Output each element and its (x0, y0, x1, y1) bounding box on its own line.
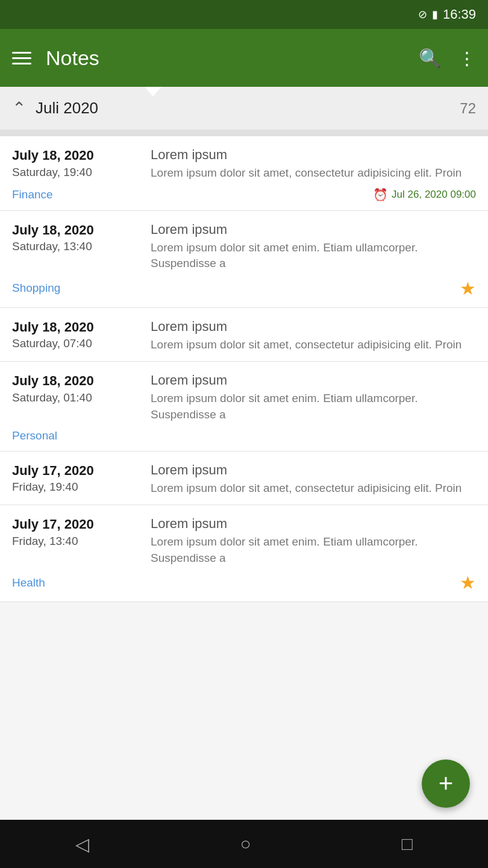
month-count: 72 (460, 100, 476, 117)
note-daytime: Saturday, 07:40 (12, 337, 139, 350)
note-footer: Personal (12, 429, 476, 442)
note-footer: Shopping ★ (12, 278, 476, 299)
note-date: July 18, 2020 (12, 147, 139, 165)
note-content: Lorem ipsum Lorem ipsum dolor sit amet, … (151, 462, 476, 497)
status-icons: ⊘ ▮ 16:39 (418, 7, 476, 22)
note-preview: Lorem ipsum dolor sit amet, consectetur … (151, 165, 476, 181)
note-daytime: Friday, 13:40 (12, 535, 139, 548)
month-header: ⌃ Juli 2020 72 (0, 87, 488, 130)
note-main: July 18, 2020 Saturday, 01:40 Lorem ipsu… (12, 373, 476, 423)
note-preview: Lorem ipsum dolor sit amet, consectetur … (151, 480, 476, 497)
note-content: Lorem ipsum Lorem ipsum dolor sit amet e… (151, 222, 476, 272)
note-title: Lorem ipsum (151, 222, 476, 237)
note-card[interactable]: July 18, 2020 Saturday, 07:40 Lorem ipsu… (0, 308, 488, 362)
note-card[interactable]: July 18, 2020 Saturday, 19:40 Lorem ipsu… (0, 136, 488, 211)
note-main: July 17, 2020 Friday, 19:40 Lorem ipsum … (12, 462, 476, 497)
more-options-button[interactable]: ⋮ (458, 48, 476, 69)
note-date-section: July 18, 2020 Saturday, 13:40 (12, 222, 139, 272)
note-title: Lorem ipsum (151, 373, 476, 388)
note-date-section: July 18, 2020 Saturday, 01:40 (12, 373, 139, 423)
star-icon[interactable]: ★ (460, 572, 476, 593)
note-preview: Lorem ipsum dolor sit amet enim. Etiam u… (151, 534, 476, 566)
note-date: July 17, 2020 (12, 516, 139, 533)
note-card[interactable]: July 18, 2020 Saturday, 01:40 Lorem ipsu… (0, 362, 488, 451)
note-date-section: July 17, 2020 Friday, 13:40 (12, 516, 139, 566)
back-button[interactable]: ◁ (75, 834, 89, 855)
note-daytime: Friday, 19:40 (12, 480, 139, 494)
note-tag[interactable]: Shopping (12, 281, 60, 295)
clock-icon: ⏰ (373, 187, 388, 202)
home-button[interactable]: ○ (240, 834, 251, 854)
note-title: Lorem ipsum (151, 462, 476, 478)
month-title: Juli 2020 (36, 99, 460, 118)
add-note-fab[interactable]: + (422, 760, 470, 808)
note-content: Lorem ipsum Lorem ipsum dolor sit amet, … (151, 147, 476, 181)
note-footer: Finance ⏰ Jul 26, 2020 09:00 (12, 187, 476, 202)
note-reminder: ⏰ Jul 26, 2020 09:00 (373, 187, 476, 202)
header-divider (0, 130, 488, 136)
note-main: July 18, 2020 Saturday, 07:40 Lorem ipsu… (12, 319, 476, 353)
dropdown-arrow (145, 87, 161, 96)
notes-list: July 18, 2020 Saturday, 19:40 Lorem ipsu… (0, 136, 488, 602)
note-date-section: July 17, 2020 Friday, 19:40 (12, 462, 139, 497)
app-bar: Notes 🔍 ⋮ (0, 29, 488, 87)
collapse-month-button[interactable]: ⌃ (12, 98, 26, 118)
note-tag[interactable]: Personal (12, 429, 57, 442)
note-date-section: July 18, 2020 Saturday, 19:40 (12, 147, 139, 181)
note-title: Lorem ipsum (151, 516, 476, 532)
note-card[interactable]: July 17, 2020 Friday, 19:40 Lorem ipsum … (0, 451, 488, 506)
note-preview: Lorem ipsum dolor sit amet enim. Etiam u… (151, 391, 476, 423)
note-card[interactable]: July 17, 2020 Friday, 13:40 Lorem ipsum … (0, 505, 488, 602)
note-tag[interactable]: Health (12, 576, 45, 590)
note-main: July 18, 2020 Saturday, 13:40 Lorem ipsu… (12, 222, 476, 272)
note-content: Lorem ipsum Lorem ipsum dolor sit amet e… (151, 516, 476, 566)
bottom-navigation: ◁ ○ □ (0, 820, 488, 868)
note-date: July 18, 2020 (12, 319, 139, 336)
note-card[interactable]: July 18, 2020 Saturday, 13:40 Lorem ipsu… (0, 211, 488, 308)
recents-button[interactable]: □ (402, 834, 413, 854)
note-tag[interactable]: Finance (12, 188, 53, 201)
note-main: July 18, 2020 Saturday, 19:40 Lorem ipsu… (12, 147, 476, 181)
note-content: Lorem ipsum Lorem ipsum dolor sit amet, … (151, 319, 476, 353)
note-date: July 18, 2020 (12, 222, 139, 239)
star-icon[interactable]: ★ (460, 278, 476, 299)
add-icon: + (439, 771, 454, 796)
note-content: Lorem ipsum Lorem ipsum dolor sit amet e… (151, 373, 476, 423)
app-title: Notes (46, 46, 419, 70)
status-bar: ⊘ ▮ 16:39 (0, 0, 488, 29)
note-title: Lorem ipsum (151, 147, 476, 163)
note-daytime: Saturday, 01:40 (12, 391, 139, 404)
note-date: July 18, 2020 (12, 373, 139, 390)
note-date: July 17, 2020 (12, 462, 139, 480)
app-bar-actions: 🔍 ⋮ (419, 48, 476, 69)
note-main: July 17, 2020 Friday, 13:40 Lorem ipsum … (12, 516, 476, 566)
note-preview: Lorem ipsum dolor sit amet enim. Etiam u… (151, 240, 476, 272)
note-date-section: July 18, 2020 Saturday, 07:40 (12, 319, 139, 353)
search-button[interactable]: 🔍 (419, 48, 441, 69)
battery-icon: ▮ (432, 8, 438, 21)
note-footer: Health ★ (12, 572, 476, 593)
menu-button[interactable] (12, 52, 31, 64)
note-preview: Lorem ipsum dolor sit amet, consectetur … (151, 337, 476, 353)
note-daytime: Saturday, 19:40 (12, 166, 139, 179)
status-time: 16:39 (443, 7, 476, 22)
note-daytime: Saturday, 13:40 (12, 240, 139, 253)
note-title: Lorem ipsum (151, 319, 476, 335)
sim-icon: ⊘ (418, 8, 427, 21)
